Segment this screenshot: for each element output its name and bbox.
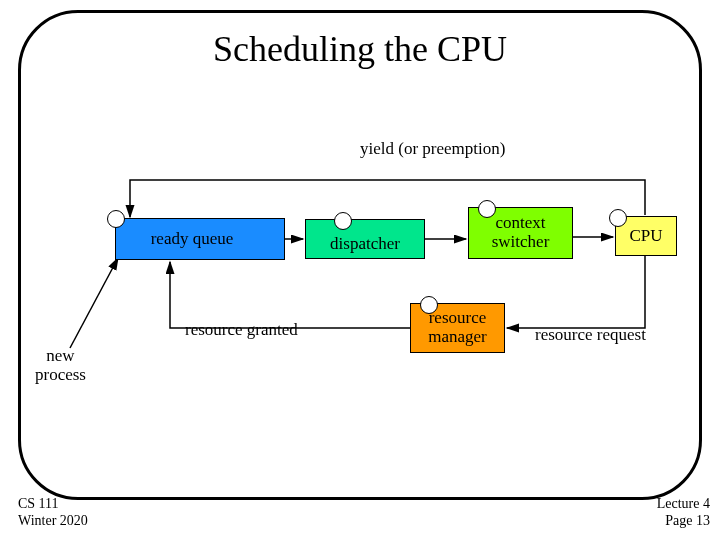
- label-resource-granted: resource granted: [185, 320, 298, 340]
- box-ready-queue: ready queue: [115, 218, 285, 260]
- slide-title: Scheduling the CPU: [0, 28, 720, 70]
- label-dispatcher: dispatcher: [330, 235, 400, 254]
- label-context-line2: switcher: [492, 233, 550, 252]
- pin-context-switcher: [478, 200, 496, 218]
- footer-left: CS 111 Winter 2020: [18, 496, 88, 530]
- footer-right: Lecture 4 Page 13: [657, 496, 710, 530]
- label-ready-queue: ready queue: [167, 230, 234, 249]
- label-rm-line1: resource: [429, 309, 487, 328]
- box-dispatcher: dispatcher: [305, 219, 425, 259]
- footer-term: Winter 2020: [18, 513, 88, 530]
- pin-dispatcher: [334, 212, 352, 230]
- label-new-line1: new: [35, 347, 86, 366]
- label-context-line1: context: [495, 214, 545, 233]
- pin-ready-queue: [107, 210, 125, 228]
- label-resource-request: resource request: [535, 325, 646, 345]
- label-rm-line2: manager: [428, 328, 487, 347]
- label-new-process: new process: [35, 347, 86, 384]
- footer-course: CS 111: [18, 496, 88, 513]
- label-cpu: CPU: [629, 227, 662, 246]
- pin-cpu: [609, 209, 627, 227]
- footer-lecture: Lecture 4: [657, 496, 710, 513]
- footer-page: Page 13: [657, 513, 710, 530]
- label-yield: yield (or preemption): [360, 139, 505, 159]
- label-new-line2: process: [35, 366, 86, 385]
- pin-resource-manager: [420, 296, 438, 314]
